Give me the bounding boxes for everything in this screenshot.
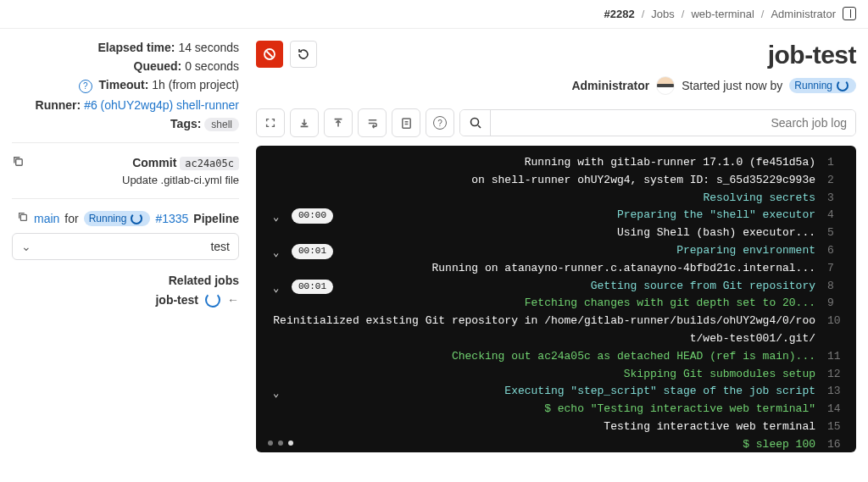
- tags-label: Tags:: [170, 117, 201, 130]
- crumb-section[interactable]: Jobs: [651, 8, 674, 20]
- scroll-top-button[interactable]: [324, 108, 353, 137]
- main-column: job-test Running Started just now by Adm…: [256, 41, 856, 452]
- log-line[interactable]: 6Preparing environment⌄00:01: [266, 242, 846, 260]
- log-line-number: 4: [827, 207, 846, 224]
- copy-icon[interactable]: [12, 155, 25, 170]
- log-line-number: 2: [827, 172, 846, 190]
- log-line-number: 6: [827, 242, 846, 260]
- scroll-bottom-button[interactable]: [290, 108, 319, 137]
- runner-link[interactable]: #6 (ohUY2wg4p) shell-runner: [84, 98, 239, 112]
- fullscreen-button[interactable]: [256, 108, 285, 137]
- log-line-text: Reinitialized existing Git repository in…: [266, 313, 815, 348]
- log-pager-dots: [268, 440, 293, 446]
- status-label: Running: [794, 80, 832, 91]
- log-line-number: 11: [827, 348, 846, 366]
- log-line: 3Resolving secrets: [266, 190, 846, 208]
- log-search: [459, 109, 856, 136]
- log-line: 10Reinitialized existing Git repository …: [266, 313, 846, 348]
- log-line-text: on shell-runner ohUY2wg4, system ID: s_6…: [266, 172, 815, 190]
- log-line: 12Skipping Git submodules setup: [266, 366, 846, 384]
- log-pane[interactable]: 1Running with gitlab-runner 17.1.0 (fe45…: [256, 146, 856, 452]
- pipeline-status-badge: Running: [84, 211, 151, 226]
- log-toolbar: ?: [256, 108, 856, 137]
- log-line-text: $ echo "Testing interactive web terminal…: [266, 401, 815, 418]
- log-line-text: Resolving secrets: [266, 190, 815, 208]
- log-line: 15Testing interactive web terminal: [266, 418, 846, 436]
- log-line-text: Getting source from Git repository: [266, 278, 815, 296]
- log-line-number: 10: [827, 313, 846, 330]
- pipeline-row: Pipeline #1335 Running for main: [12, 211, 239, 226]
- related-job-item[interactable]: ← job-test: [12, 292, 239, 307]
- pipeline-status-label: Running: [89, 213, 127, 224]
- log-line-number: 1: [827, 154, 846, 172]
- log-line: 7Running on atanayno-runner.c.atanayno-4…: [266, 260, 846, 278]
- pipeline-ref[interactable]: main: [34, 212, 59, 225]
- related-jobs-heading: Related jobs: [12, 274, 239, 287]
- avatar[interactable]: [656, 76, 675, 95]
- breadcrumb: Administrator / web-terminal / Jobs / #2…: [0, 0, 868, 28]
- log-line-text: Fetching changes with git depth set to 2…: [266, 295, 815, 313]
- crumb-root[interactable]: Administrator: [771, 8, 836, 20]
- status-row: Running Started just now by Administrato…: [256, 76, 856, 95]
- log-line: 9Fetching changes with git depth set to …: [266, 295, 846, 313]
- log-line-text: Using Shell (bash) executor...: [266, 224, 815, 242]
- log-line: 5Using Shell (bash) executor...: [266, 224, 846, 242]
- status-user[interactable]: Administrator: [571, 79, 649, 92]
- sidebar: Elapsed time: 14 seconds Queued: 0 secon…: [12, 41, 239, 452]
- log-line: 16$ sleep 100: [266, 436, 846, 452]
- log-line: 14$ echo "Testing interactive web termin…: [266, 401, 846, 418]
- log-line-number: 14: [827, 401, 846, 418]
- log-line-number: 12: [827, 366, 846, 384]
- log-line-text: Testing interactive web terminal: [266, 418, 815, 436]
- crumb-project[interactable]: web-terminal: [691, 8, 754, 20]
- log-line-number: 3: [827, 190, 846, 208]
- log-line: 11Checking out ac24a05c as detached HEAD…: [266, 348, 846, 366]
- cancel-button[interactable]: [256, 41, 283, 68]
- status-started: Started just now by: [682, 79, 782, 92]
- chevron-down-icon: ⌄: [273, 246, 279, 262]
- help-button[interactable]: ?: [426, 108, 454, 137]
- svg-rect-2: [402, 118, 409, 127]
- log-line[interactable]: 8Getting source from Git repository⌄00:0…: [266, 278, 846, 296]
- log-timer: 00:00: [292, 208, 333, 224]
- wrap-lines-button[interactable]: [358, 108, 387, 137]
- log-line[interactable]: 4Preparing the "shell" executor⌄00:00: [266, 207, 846, 224]
- queued-label: Queued:: [134, 59, 182, 73]
- crumb-current: #2282: [604, 8, 635, 20]
- log-line-text: Preparing environment: [266, 242, 815, 260]
- spinner-icon: [205, 292, 220, 307]
- pipeline-label: Pipeline: [193, 212, 239, 225]
- commit-label: Commit: [132, 156, 176, 169]
- retry-button[interactable]: [290, 41, 317, 68]
- log-line-text: Preparing the "shell" executor: [266, 207, 815, 224]
- log-line-number: 16: [827, 436, 846, 452]
- log-line-text: Checking out ac24a05c as detached HEAD (…: [266, 348, 815, 366]
- log-timer: 00:01: [292, 280, 333, 295]
- chevron-down-icon: ⌄: [273, 281, 279, 297]
- commit-sha[interactable]: ac24a05c: [180, 157, 239, 170]
- queued-value: 0 seconds: [185, 59, 239, 73]
- svg-point-1: [470, 119, 478, 126]
- tag-pill: shell: [204, 118, 239, 131]
- copy-icon[interactable]: [17, 211, 29, 225]
- search-input[interactable]: [491, 110, 855, 136]
- search-button[interactable]: [460, 110, 491, 136]
- log-line-text: Running on atanayno-runner.c.atanayno-4b…: [266, 260, 815, 278]
- stage-select[interactable]: test ⌄: [12, 233, 239, 260]
- svg-rect-4: [20, 214, 26, 220]
- help-icon[interactable]: ?: [79, 80, 92, 93]
- scroll-log-button[interactable]: [392, 108, 420, 137]
- log-line-number: 9: [827, 295, 846, 313]
- log-timer: 00:01: [292, 244, 333, 259]
- svg-rect-3: [16, 158, 23, 165]
- crumb-sep: /: [642, 8, 645, 20]
- log-line[interactable]: 13Executing "step_script" stage of the j…: [266, 383, 846, 401]
- sidebar-toggle-icon[interactable]: [843, 7, 856, 20]
- spinner-icon: [131, 213, 142, 224]
- log-line: 2 on shell-runner ohUY2wg4, system ID: s…: [266, 172, 846, 190]
- related-job-name: job-test: [155, 293, 198, 307]
- timeout-label: Timeout:: [99, 78, 149, 91]
- pipeline-link[interactable]: #1335: [155, 212, 188, 225]
- chevron-down-icon: ⌄: [21, 240, 31, 253]
- log-line-number: 7: [827, 260, 846, 278]
